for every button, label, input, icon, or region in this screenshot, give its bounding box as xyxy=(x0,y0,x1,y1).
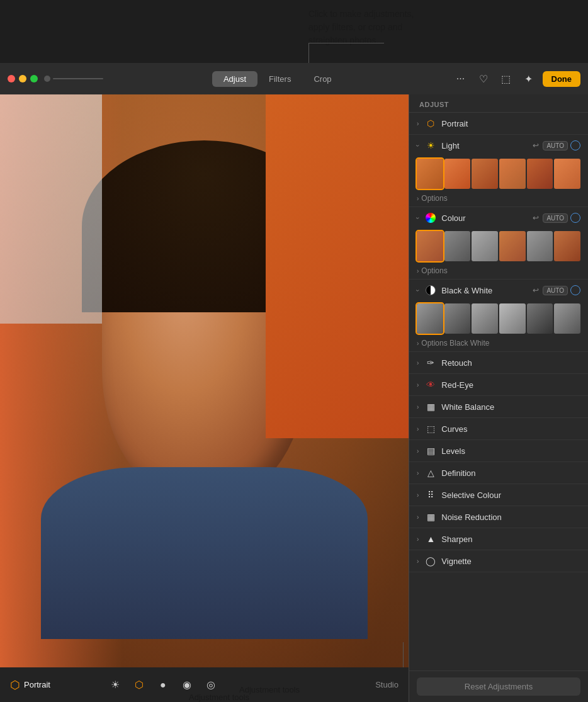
redeye-expand-arrow: › xyxy=(417,382,419,388)
colour-row[interactable]: › Colour ↩ AUTO xyxy=(409,207,588,229)
bw-icon xyxy=(425,285,436,296)
colour-toggle-btn[interactable] xyxy=(570,213,580,223)
wb-row[interactable]: › ▦ White Balance xyxy=(409,396,588,417)
wb-expand-arrow: › xyxy=(417,404,419,410)
portrait-expand-arrow: › xyxy=(417,120,419,127)
adjust-item-selective: › ⠿ Selective Colour xyxy=(409,484,588,506)
light-undo-btn[interactable]: ↩ xyxy=(531,140,540,151)
light-options-label: Options xyxy=(421,194,447,203)
noise-label: Noise Reduction xyxy=(441,512,580,522)
tab-crop[interactable]: Crop xyxy=(302,71,342,87)
bw-thumb-5[interactable] xyxy=(527,303,553,334)
bw-thumb-6[interactable] xyxy=(554,303,580,334)
noise-icon: ▦ xyxy=(425,511,436,523)
colour-thumb-6[interactable] xyxy=(554,231,580,261)
tab-adjust[interactable]: Adjust xyxy=(212,71,257,87)
retouch-row[interactable]: › ✑ Retouch xyxy=(409,352,588,373)
sharpen-row[interactable]: › ▲ Sharpen xyxy=(409,528,588,550)
light-thumb-3[interactable] xyxy=(472,159,498,189)
reset-adjustments-button[interactable]: Reset Adjustments xyxy=(417,677,580,696)
retouch-icon: ✑ xyxy=(425,357,436,368)
adjust-panel: ADJUST › ⬡ Portrait › ☀ Light ↩ AUT xyxy=(409,94,588,702)
light-expand-arrow: › xyxy=(414,144,421,146)
photo-image xyxy=(0,94,409,667)
minimize-button[interactable] xyxy=(19,75,26,82)
bw-thumb-4[interactable] xyxy=(499,303,526,334)
colour-thumb-5[interactable] xyxy=(527,231,553,261)
adjust-item-definition: › △ Definition xyxy=(409,462,588,484)
light-thumb-1[interactable] xyxy=(417,159,443,189)
adjust-item-sharpen: › ▲ Sharpen xyxy=(409,528,588,550)
ring-icon[interactable]: ◉ xyxy=(180,678,194,692)
bw-row[interactable]: › Black & White ↩ AUTO xyxy=(409,280,588,301)
portrait-label-text: Portrait xyxy=(441,119,580,128)
levels-icon: ▤ xyxy=(425,445,436,456)
colour-icon xyxy=(425,212,436,224)
adjust-item-retouch: › ✑ Retouch xyxy=(409,352,588,374)
wb-label: White Balance xyxy=(441,402,580,412)
favorite-button[interactable]: ♡ xyxy=(475,70,492,88)
retouch-label: Retouch xyxy=(441,358,580,368)
adjust-item-portrait: › ⬡ Portrait xyxy=(409,113,588,135)
sun-dim-icon[interactable]: ☀ xyxy=(108,678,122,692)
colour-options-row[interactable]: › Options xyxy=(409,265,588,279)
cube-icon[interactable]: ⬡ xyxy=(132,678,146,692)
selective-row[interactable]: › ⠿ Selective Colour xyxy=(409,484,588,506)
colour-thumb-1[interactable] xyxy=(417,231,443,261)
bw-thumb-1[interactable] xyxy=(417,303,443,334)
definition-row[interactable]: › △ Definition xyxy=(409,462,588,484)
colour-options-arrow: › xyxy=(417,268,419,275)
bw-controls: ↩ AUTO xyxy=(531,285,580,296)
redeye-icon: 👁 xyxy=(425,379,436,390)
noise-expand-arrow: › xyxy=(417,514,419,521)
titlebar: Adjust Filters Crop ··· ♡ ⬚ ✦ Done xyxy=(0,63,588,94)
bw-auto-badge[interactable]: AUTO xyxy=(543,286,568,295)
adjust-item-redeye: › 👁 Red-Eye xyxy=(409,374,588,396)
redeye-row[interactable]: › 👁 Red-Eye xyxy=(409,374,588,395)
magic-button[interactable]: ✦ xyxy=(520,70,538,88)
light-thumb-5[interactable] xyxy=(527,159,553,189)
bw-toggle-btn[interactable] xyxy=(570,285,580,295)
sharpen-expand-arrow: › xyxy=(417,536,419,543)
colour-auto-badge[interactable]: AUTO xyxy=(543,213,568,223)
light-thumb-4[interactable] xyxy=(499,159,526,189)
levels-label: Levels xyxy=(441,446,580,456)
more-options-button[interactable]: ··· xyxy=(452,70,470,88)
bw-options-arrow: › xyxy=(417,340,419,347)
light-thumb-2[interactable] xyxy=(444,159,471,189)
titlebar-right: ··· ♡ ⬚ ✦ Done xyxy=(452,70,581,88)
bw-options-row[interactable]: › Options Black White xyxy=(409,337,588,351)
light-icon: ☀ xyxy=(425,140,436,151)
colour-thumb-4[interactable] xyxy=(499,231,526,261)
levels-row[interactable]: › ▤ Levels xyxy=(409,440,588,461)
bw-undo-btn[interactable]: ↩ xyxy=(531,285,540,296)
photo-view xyxy=(0,94,409,667)
colour-undo-btn[interactable]: ↩ xyxy=(531,212,540,224)
portrait-row[interactable]: › ⬡ Portrait xyxy=(409,113,588,134)
adjust-scroll[interactable]: › ⬡ Portrait › ☀ Light ↩ AUTO xyxy=(409,113,588,671)
light-toggle-btn[interactable] xyxy=(570,140,580,150)
bw-thumb-3[interactable] xyxy=(472,303,498,334)
rotate-button[interactable]: ⬚ xyxy=(497,70,515,88)
brightness-slider[interactable] xyxy=(44,76,103,82)
light-row[interactable]: › ☀ Light ↩ AUTO xyxy=(409,135,588,156)
colour-options-label: Options xyxy=(421,266,447,275)
curves-row[interactable]: › ⬚ Curves xyxy=(409,418,588,439)
tab-filters[interactable]: Filters xyxy=(257,71,302,87)
fullscreen-button[interactable] xyxy=(30,75,38,82)
definition-icon: △ xyxy=(425,467,436,478)
colour-thumb-2[interactable] xyxy=(444,231,471,261)
close-button[interactable] xyxy=(8,75,15,82)
circle-filled-icon[interactable]: ● xyxy=(156,678,170,692)
bw-thumb-2[interactable] xyxy=(444,303,471,334)
done-button[interactable]: Done xyxy=(543,71,581,87)
light-thumb-6[interactable] xyxy=(554,159,580,189)
light-auto-badge[interactable]: AUTO xyxy=(543,141,568,150)
colour-thumb-3[interactable] xyxy=(472,231,498,261)
circle-dot-icon[interactable]: ◎ xyxy=(204,678,218,692)
vignette-row[interactable]: › ◯ Vignette xyxy=(409,550,588,572)
light-options-row[interactable]: › Options xyxy=(409,193,588,207)
colour-controls: ↩ AUTO xyxy=(531,212,580,224)
colour-thumb-strip xyxy=(409,229,588,265)
noise-row[interactable]: › ▦ Noise Reduction xyxy=(409,506,588,528)
